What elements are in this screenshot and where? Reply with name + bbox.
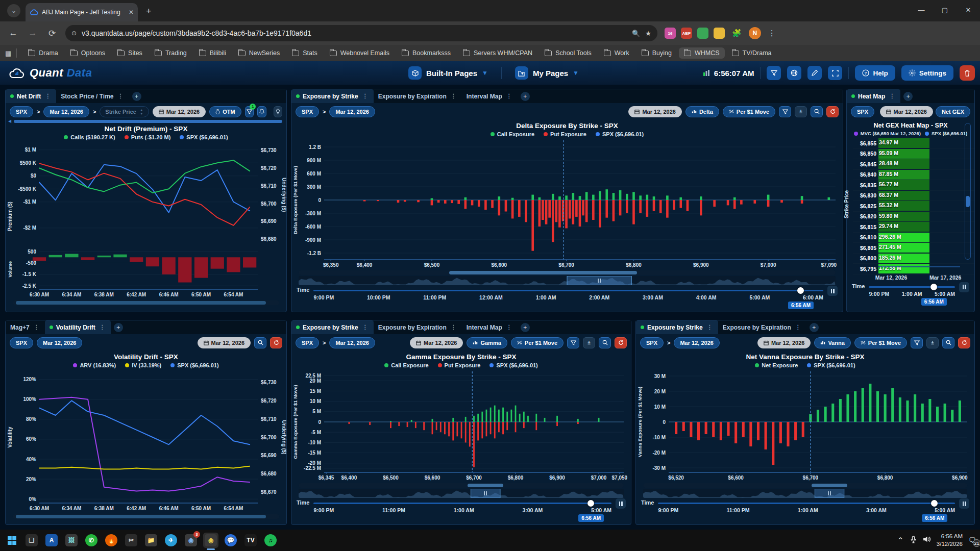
time-slider-track[interactable] xyxy=(313,503,611,504)
time-slider-knob[interactable] xyxy=(797,287,804,294)
navigator-scrollbar[interactable] xyxy=(299,270,836,275)
otm-pill[interactable]: OTM xyxy=(209,106,241,117)
zoom-button[interactable] xyxy=(254,337,266,348)
add-tab-button[interactable]: + xyxy=(132,92,141,101)
heatmap-row[interactable]: $6,805271.45 M xyxy=(853,243,974,254)
reset-button[interactable] xyxy=(826,106,839,117)
legend-item[interactable]: SPX ($6,696.01) xyxy=(807,362,855,368)
filter-button[interactable] xyxy=(567,337,579,348)
gamma-exposure-chart[interactable]: 22.5 M20 M15 M10 M5 M0-5 M-10 M-15 M-20 … xyxy=(291,368,631,482)
heatmap-row[interactable]: $6,84528.48 M xyxy=(853,159,974,170)
tv-icon[interactable]: TV xyxy=(243,533,258,548)
volatility-drift-chart[interactable]: 120%100%80%60%40%20%0%$6,730$6,720$6,710… xyxy=(6,368,286,512)
reset-button[interactable] xyxy=(615,337,627,348)
scrollbar-thumb[interactable] xyxy=(16,515,266,518)
heatmap-row[interactable]: $6,82555.32 M xyxy=(853,201,974,212)
date-pill[interactable]: Mar 12, 2026 xyxy=(37,337,82,348)
pause-button[interactable] xyxy=(616,498,626,509)
signal-icon[interactable]: 💬 xyxy=(223,533,238,548)
time-slider-knob[interactable] xyxy=(587,500,594,507)
plus-minus-toggle[interactable]: ± xyxy=(583,337,595,348)
taskbar-clock[interactable]: 6:56 AM 3/12/2026 xyxy=(937,533,963,548)
filter-button[interactable] xyxy=(767,66,781,80)
legend-item[interactable]: Puts (-$1.20 M) xyxy=(125,134,171,140)
bookmark-folder[interactable]: Buying xyxy=(636,47,677,59)
tab-exposure-by-strike[interactable]: Exposure by Strike⋮ xyxy=(291,320,374,334)
heatmap-row[interactable]: $6,85095.09 M xyxy=(853,149,974,160)
tab-search-button[interactable]: ⌄ xyxy=(7,4,20,17)
tab-stock-price-time[interactable]: Stock Price / Time⋮ xyxy=(56,89,129,103)
date-pill[interactable]: Mar 12, 2026 xyxy=(43,106,89,117)
horizontal-scrollbar[interactable]: ◀ xyxy=(8,120,284,123)
bookmark-star-icon[interactable]: ★ xyxy=(645,30,651,37)
tab-menu-icon[interactable]: ⋮ xyxy=(99,324,106,331)
back-icon[interactable]: ← xyxy=(7,28,19,38)
tab-interval-map[interactable]: Interval Map⋮ xyxy=(462,320,518,334)
heatmap-cell[interactable]: 29.74 M xyxy=(878,222,929,232)
filter-button[interactable] xyxy=(911,337,923,348)
chrome-beta-icon[interactable]: ◉3 xyxy=(183,533,199,548)
extensions-puzzle-icon[interactable]: 🧩 xyxy=(732,29,742,38)
delta-exposure-chart[interactable]: 1.2 B900 M600 M300 M0-300 M-600 M-900 M-… xyxy=(291,137,843,269)
browser-menu-icon[interactable]: ⋮ xyxy=(768,29,776,38)
tab-menu-icon[interactable]: ⋮ xyxy=(361,324,369,331)
tab-menu-icon[interactable]: ⋮ xyxy=(450,324,457,331)
zoom-button[interactable] xyxy=(599,337,611,348)
tab-exposure-by-expiration[interactable]: Exposure by Expiration⋮ xyxy=(718,320,806,334)
net-drift-chart[interactable]: $1 M$500 K$0-$500 K-$1 M-$2 M500-500-1.5… xyxy=(6,140,286,298)
vertical-slider[interactable] xyxy=(965,123,971,260)
forward-icon[interactable]: → xyxy=(27,28,39,38)
scrollbar-thumb[interactable] xyxy=(812,484,847,487)
range-navigator[interactable] xyxy=(643,489,967,498)
scrollbar-thumb[interactable] xyxy=(14,120,282,123)
legend-item[interactable]: Put Exposure xyxy=(544,131,586,137)
legend-item[interactable]: SPX ($6,696.01) xyxy=(596,131,644,137)
date-pill[interactable]: Mar 12, 2026 xyxy=(329,337,375,348)
heatmap-row[interactable]: $6,82059.80 M xyxy=(853,212,974,222)
legend-item[interactable]: Call Exposure xyxy=(491,131,534,137)
bookmark-folder[interactable]: School Tools xyxy=(540,47,597,59)
heatmap-cell[interactable]: 28.48 M xyxy=(878,159,929,169)
navigator-scrollbar[interactable] xyxy=(299,483,624,488)
bookmark-folder[interactable]: Webnovel Emails xyxy=(325,47,395,59)
time-slider[interactable]: 9:00 PM10:00 PM11:00 PM12:00 AM1:00 AM2:… xyxy=(313,288,823,306)
slider-thumb[interactable] xyxy=(966,196,970,207)
window-close-button[interactable]: ✕ xyxy=(957,0,980,20)
tab-exposure-by-expiration[interactable]: Exposure by Expiration⋮ xyxy=(374,320,462,334)
bookmark-folder[interactable]: Bilibili xyxy=(194,47,231,59)
strike-price-input[interactable]: Strike Price▲▼ xyxy=(100,106,149,117)
heatmap-cell[interactable]: 271.45 M xyxy=(878,243,929,253)
firefox-icon[interactable]: 🔥 xyxy=(104,533,119,548)
scroll-left-arrow-icon[interactable]: ◀ xyxy=(8,119,11,123)
bookmark-folder[interactable]: Stats xyxy=(287,47,323,59)
fullscreen-button[interactable] xyxy=(828,66,842,80)
tab-exposure-by-strike[interactable]: Exposure by Strike⋮ xyxy=(291,89,374,103)
tab-exposure-by-strike[interactable]: Exposure by Strike⋮ xyxy=(636,320,718,334)
reset-button[interactable] xyxy=(958,337,970,348)
greek-pill[interactable]: Delta xyxy=(685,106,719,117)
legend-item[interactable]: MVC ($6,650 Mar 12, 2026) xyxy=(854,131,921,136)
zoom-button[interactable] xyxy=(942,337,954,348)
window-maximize-button[interactable]: ▢ xyxy=(933,0,957,20)
heatmap-row[interactable]: $6,81529.74 M xyxy=(853,222,974,233)
tab-heat-map[interactable]: Heat Map⋮ xyxy=(847,89,900,103)
heatmap-cell[interactable]: 34.97 M xyxy=(878,138,929,148)
metric-pill[interactable]: Net GEX xyxy=(936,106,970,117)
heatmap-row[interactable]: $6,83068.37 M xyxy=(853,191,974,202)
microphone-icon[interactable] xyxy=(910,536,917,545)
reset-button[interactable] xyxy=(270,337,282,348)
extension-icon[interactable] xyxy=(697,28,708,39)
legend-item[interactable]: Put Exposure xyxy=(438,362,481,368)
alerts-bell-button[interactable] xyxy=(257,106,266,117)
built-in-pages-button[interactable]: Built-In Pages ▼ xyxy=(408,66,488,80)
bottom-scrollbar[interactable] xyxy=(13,514,279,519)
add-tab-button[interactable]: + xyxy=(521,323,530,332)
task-view-icon[interactable]: ❏ xyxy=(24,533,39,548)
pause-button[interactable] xyxy=(827,286,838,296)
tab-close-icon[interactable]: ✕ xyxy=(129,9,134,16)
navigator-scrollbar[interactable] xyxy=(643,483,967,488)
symbol-pill[interactable]: SPX xyxy=(296,337,319,348)
delete-page-button[interactable] xyxy=(960,65,975,81)
photos-icon[interactable]: 🖼 xyxy=(64,533,79,548)
legend-item[interactable]: Calls ($190.27 K) xyxy=(64,134,115,140)
